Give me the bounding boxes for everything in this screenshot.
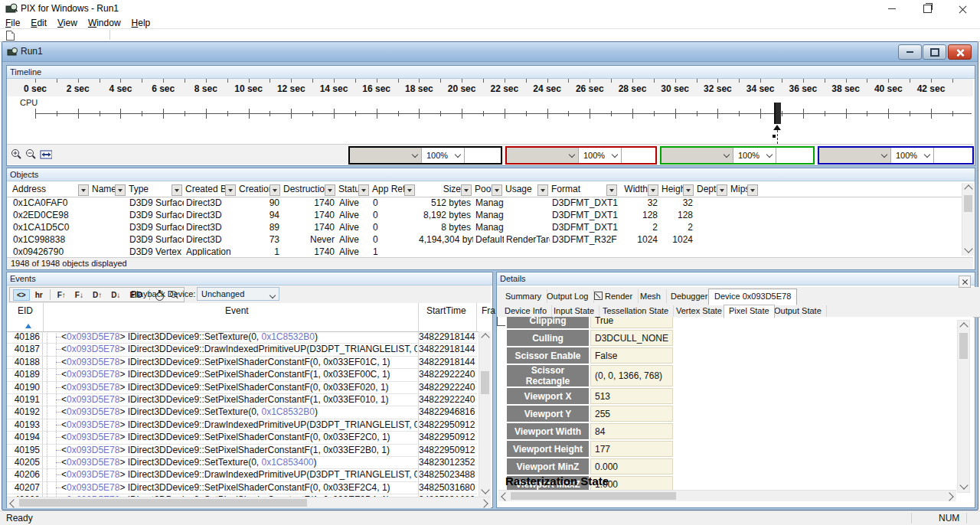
event-row[interactable]: 40205<0x093D5E78> IDirect3DDevice9::SetT… xyxy=(7,457,477,469)
events-toolbar-f-up[interactable]: F↑ xyxy=(54,289,70,301)
subtab-output-state[interactable]: Output State xyxy=(769,305,827,317)
object-pointer-link[interactable]: 0x1C8532B0 xyxy=(261,406,314,417)
child-minimize-button[interactable] xyxy=(898,44,922,60)
zoom-level-select[interactable]: 100% xyxy=(422,148,465,163)
event-filter-select[interactable] xyxy=(662,148,733,163)
subtab-vertex-state[interactable]: Vertex State xyxy=(671,305,727,317)
subtab-tessellation-state[interactable]: Tessellation State xyxy=(598,305,674,317)
device-pointer-link[interactable]: 0x093D5E78 xyxy=(67,419,119,430)
filter-dropdown-icon[interactable] xyxy=(648,184,658,196)
column-address[interactable]: Address xyxy=(11,183,90,197)
filter-dropdown-icon[interactable] xyxy=(461,184,472,196)
column-height[interactable]: Height xyxy=(660,183,695,197)
timeline-cpu-track[interactable]: CPU xyxy=(7,96,973,144)
menu-edit[interactable]: Edit xyxy=(25,18,52,28)
tab-summary[interactable]: Summary xyxy=(500,289,547,303)
column-starttime[interactable]: StartTime xyxy=(426,305,466,316)
filter-dropdown-icon[interactable] xyxy=(358,184,369,196)
filter-dropdown-icon[interactable] xyxy=(172,184,182,196)
zoom-in-icon[interactable] xyxy=(11,148,23,161)
object-pointer-link[interactable]: 0x1C8532B0 xyxy=(261,331,314,342)
tab-mesh[interactable]: Mesh xyxy=(635,289,667,303)
event-row[interactable]: 40195<0x093D5E78> IDirect3DDevice9::SetP… xyxy=(7,445,477,457)
column-destruction[interactable]: Destruction xyxy=(282,183,337,197)
column-eid[interactable]: EID xyxy=(18,305,33,316)
column-created-by[interactable]: Created By xyxy=(184,183,237,197)
column-width[interactable]: Width xyxy=(619,183,660,197)
tab-output-log[interactable]: Output Log xyxy=(541,289,594,303)
state-value[interactable]: D3DCULL_NONE xyxy=(590,330,673,346)
events-toolbar-f-down[interactable]: F↓ xyxy=(71,289,87,301)
filter-dropdown-icon[interactable] xyxy=(115,184,126,196)
column-event[interactable]: Event xyxy=(225,305,249,316)
column-app-refs[interactable]: App Refs xyxy=(371,183,416,197)
column-type[interactable]: Type xyxy=(127,183,184,197)
zoom-fit-icon[interactable] xyxy=(40,148,52,161)
subtab-pixel-state[interactable]: Pixel State xyxy=(724,305,775,318)
timeline-position-marker[interactable] xyxy=(774,103,781,124)
column-creation[interactable]: Creation xyxy=(237,183,282,197)
filter-dropdown-icon[interactable] xyxy=(537,184,548,196)
device-pointer-link[interactable]: 0x093D5E78 xyxy=(67,457,119,468)
column-frame[interactable]: Fra xyxy=(482,305,495,316)
device-pointer-link[interactable]: 0x093D5E78 xyxy=(67,344,119,354)
table-row[interactable]: 0x1CA1D5C0D3D9 SurfaceDirect3D891740Aliv… xyxy=(7,222,962,234)
object-pointer-link[interactable]: 0x1C853400 xyxy=(261,457,313,468)
child-restore-button[interactable] xyxy=(923,44,946,60)
column-usage[interactable]: Usage xyxy=(504,183,550,197)
state-value[interactable]: 84 xyxy=(590,423,673,439)
state-value[interactable]: 0.000 xyxy=(590,458,673,474)
state-value[interactable]: 177 xyxy=(590,441,673,457)
playback-device-select[interactable]: Unchanged xyxy=(197,287,279,301)
event-row[interactable]: 40188<0x093D5E78> IDirect3DDevice9::SetP… xyxy=(7,357,477,369)
device-pointer-link[interactable]: 0x093D5E78 xyxy=(67,369,119,380)
state-value[interactable]: True xyxy=(590,317,673,328)
minimize-button[interactable] xyxy=(874,0,910,18)
device-pointer-link[interactable]: 0x093D5E78 xyxy=(67,469,119,480)
scrollbar-thumb[interactable] xyxy=(959,333,968,359)
column-mips[interactable]: Mips xyxy=(729,183,760,197)
details-close-button[interactable] xyxy=(959,276,971,288)
device-pointer-link[interactable]: 0x093D5E78 xyxy=(67,357,119,367)
column-depth[interactable]: Depth xyxy=(695,183,729,197)
menu-view[interactable]: View xyxy=(52,18,83,28)
state-value[interactable]: (0, 0, 1366, 768) xyxy=(590,365,673,386)
event-row[interactable]: 40206<0x093D5E78> IDirect3DDevice9::Draw… xyxy=(7,469,477,481)
column-size[interactable]: Size xyxy=(416,183,473,197)
device-pointer-link[interactable]: 0x093D5E78 xyxy=(67,382,119,393)
column-pool[interactable]: Pool xyxy=(473,183,504,197)
event-row[interactable]: 40189<0x093D5E78> IDirect3DDevice9::SetP… xyxy=(7,369,477,381)
device-pointer-link[interactable]: 0x093D5E78 xyxy=(67,482,119,493)
device-pointer-link[interactable]: 0x093D5E78 xyxy=(67,406,119,417)
table-row[interactable]: 0x1CA0FAF0D3D9 SurfaceDirect3D901740Aliv… xyxy=(7,197,962,210)
scrollbar-thumb[interactable] xyxy=(964,195,972,212)
filter-dropdown-icon[interactable] xyxy=(78,184,89,196)
objects-vertical-scrollbar[interactable] xyxy=(962,183,974,256)
events-horizontal-scrollbar[interactable] xyxy=(7,497,491,508)
details-vertical-scrollbar[interactable] xyxy=(957,320,970,493)
filter-dropdown-icon[interactable] xyxy=(225,184,236,196)
event-row[interactable]: 40207<0x093D5E78> IDirect3DDevice9::SetP… xyxy=(7,482,477,494)
event-row[interactable]: 40190<0x093D5E78> IDirect3DDevice9::SetP… xyxy=(7,382,477,394)
event-row[interactable]: 40191<0x093D5E78> IDirect3DDevice9::SetP… xyxy=(7,394,477,406)
subtab-input-state[interactable]: Input State xyxy=(549,305,599,317)
events-toolbar-d-down[interactable]: D↓ xyxy=(107,289,124,301)
state-value[interactable]: False xyxy=(590,347,673,364)
event-filter-select[interactable] xyxy=(350,148,422,163)
device-pointer-link[interactable]: 0x093D5E78 xyxy=(67,394,119,405)
filter-dropdown-icon[interactable] xyxy=(683,184,694,196)
tab-device-0x093d5e78[interactable]: Device 0x093D5E78 xyxy=(708,289,797,305)
state-value[interactable]: 513 xyxy=(590,388,673,404)
event-row[interactable]: 40186<0x093D5E78> IDirect3DDevice9::SetT… xyxy=(7,331,477,344)
details-horizontal-scrollbar[interactable] xyxy=(498,490,956,501)
zoom-level-select[interactable]: 100% xyxy=(733,148,776,163)
device-pointer-link[interactable]: 0x093D5E78 xyxy=(67,432,119,442)
table-row[interactable]: 0x09426790D3D9 Vertex DeclarationApplica… xyxy=(7,246,962,256)
events-toolbar-hr[interactable]: hr xyxy=(31,289,47,301)
zoom-level-select[interactable]: 100% xyxy=(579,148,622,163)
child-close-button[interactable] xyxy=(948,44,972,60)
event-row[interactable]: 40192<0x093D5E78> IDirect3DDevice9::SetT… xyxy=(7,406,477,419)
events-toolbar-angle-brackets[interactable]: <> xyxy=(13,289,30,301)
filter-dropdown-icon[interactable] xyxy=(404,184,415,196)
scrollbar-thumb[interactable] xyxy=(19,499,307,507)
